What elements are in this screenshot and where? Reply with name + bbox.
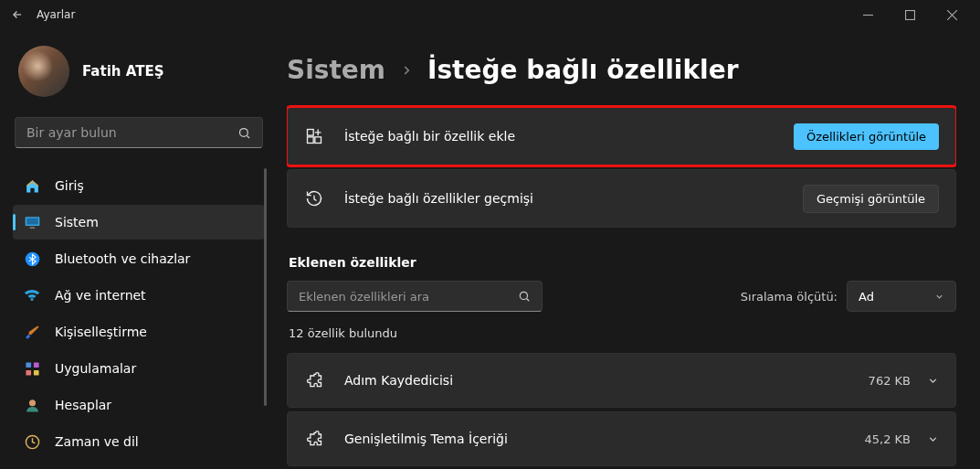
window-title: Ayarlar	[37, 8, 75, 21]
chevron-down-icon	[927, 433, 939, 445]
nav-label: Sistem	[55, 215, 99, 229]
feature-row[interactable]: Adım Kaydedicisi 762 KB	[287, 353, 956, 408]
card-feature-history: İsteğe bağlı özellikler geçmişi Geçmişi …	[287, 169, 956, 228]
chevron-down-icon	[927, 375, 939, 387]
system-icon	[24, 214, 40, 230]
sort-value: Ad	[859, 290, 874, 304]
svg-rect-15	[315, 137, 321, 144]
maximize-button[interactable]	[889, 0, 931, 29]
nav-label: Zaman ve dil	[55, 434, 139, 449]
card-label: İsteğe bağlı bir özellik ekle	[344, 129, 515, 144]
nav-item-time-language[interactable]: Zaman ve dil	[13, 424, 265, 459]
card-add-optional-feature: İsteğe bağlı bir özellik ekle Özellikler…	[287, 107, 956, 165]
installed-search[interactable]	[287, 281, 543, 312]
nav-item-accounts[interactable]: Hesaplar	[13, 388, 265, 422]
svg-rect-7	[26, 362, 31, 368]
svg-point-11	[28, 400, 35, 406]
nav-item-apps[interactable]: Uygulamalar	[13, 351, 265, 386]
clock-globe-icon	[24, 433, 40, 450]
nav-item-network[interactable]: Ağ ve internet	[13, 278, 265, 313]
nav-label: Bluetooth ve cihazlar	[55, 251, 190, 266]
titlebar: Ayarlar	[0, 0, 980, 29]
close-button[interactable]	[931, 0, 973, 29]
page-title: İsteğe bağlı özellikler	[427, 55, 739, 85]
svg-rect-14	[308, 137, 314, 144]
nav: Giriş Sistem Bluetooth ve cihazlar Ağ ve…	[13, 168, 265, 459]
sidebar: Fatih ATEŞ Giriş Sistem Bluetooth ve cih…	[0, 29, 274, 469]
svg-rect-10	[33, 369, 38, 375]
feature-name: Genişletilmiş Tema İçeriği	[344, 432, 508, 446]
accounts-icon	[24, 397, 40, 413]
bluetooth-icon	[24, 250, 40, 267]
nav-label: Giriş	[55, 178, 84, 193]
installed-search-input[interactable]	[299, 290, 518, 304]
sort-dropdown[interactable]: Ad	[847, 281, 956, 312]
avatar	[18, 46, 69, 97]
installed-heading: Eklenen özellikler	[289, 255, 956, 270]
minimize-button[interactable]	[847, 0, 889, 29]
view-features-button[interactable]: Özellikleri görüntüle	[794, 123, 939, 150]
settings-search-input[interactable]	[26, 125, 237, 140]
home-icon	[24, 177, 40, 194]
nav-item-bluetooth[interactable]: Bluetooth ve cihazlar	[13, 241, 265, 276]
settings-search[interactable]	[15, 117, 263, 148]
svg-rect-13	[308, 130, 314, 136]
wifi-icon	[24, 287, 40, 304]
search-icon	[518, 290, 531, 303]
brush-icon	[24, 324, 40, 340]
nav-item-system[interactable]: Sistem	[13, 205, 265, 240]
svg-rect-9	[26, 369, 31, 375]
search-icon	[237, 126, 251, 140]
breadcrumb: Sistem İsteğe bağlı özellikler	[287, 29, 956, 107]
nav-label: Kişiselleştirme	[55, 325, 147, 339]
sort-label: Sıralama ölçütü:	[741, 290, 838, 304]
main-content: Sistem İsteğe bağlı özellikler İsteğe ba…	[274, 29, 980, 469]
feature-size: 762 KB	[869, 374, 911, 388]
back-button[interactable]	[11, 8, 24, 21]
nav-item-home[interactable]: Giriş	[13, 168, 265, 203]
chevron-right-icon	[400, 64, 413, 77]
feature-count: 12 özellik bulundu	[289, 326, 956, 340]
feature-name: Adım Kaydedicisi	[344, 373, 453, 388]
puzzle-icon	[304, 371, 324, 389]
view-history-button[interactable]: Geçmişi görüntüle	[803, 185, 939, 213]
svg-point-6	[31, 298, 34, 301]
chevron-down-icon	[934, 292, 944, 302]
profile-block[interactable]: Fatih ATEŞ	[13, 29, 265, 117]
feature-row[interactable]: Genişletilmiş Tema İçeriği 45,2 KB	[287, 411, 956, 466]
nav-label: Uygulamalar	[55, 361, 136, 376]
breadcrumb-parent[interactable]: Sistem	[287, 55, 385, 85]
nav-label: Hesaplar	[55, 398, 111, 412]
puzzle-icon	[304, 430, 324, 448]
svg-rect-0	[905, 10, 914, 19]
nav-label: Ağ ve internet	[55, 288, 146, 303]
nav-item-personalization[interactable]: Kişiselleştirme	[13, 314, 265, 349]
user-name: Fatih ATEŞ	[82, 63, 163, 80]
add-feature-icon	[304, 127, 324, 145]
svg-rect-8	[33, 362, 38, 368]
card-label: İsteğe bağlı özellikler geçmişi	[344, 191, 533, 206]
feature-size: 45,2 KB	[864, 432, 911, 446]
svg-point-16	[520, 292, 527, 299]
svg-rect-4	[29, 227, 35, 228]
history-icon	[304, 189, 324, 208]
apps-icon	[24, 360, 40, 377]
svg-point-1	[240, 128, 248, 136]
svg-rect-3	[26, 218, 38, 224]
